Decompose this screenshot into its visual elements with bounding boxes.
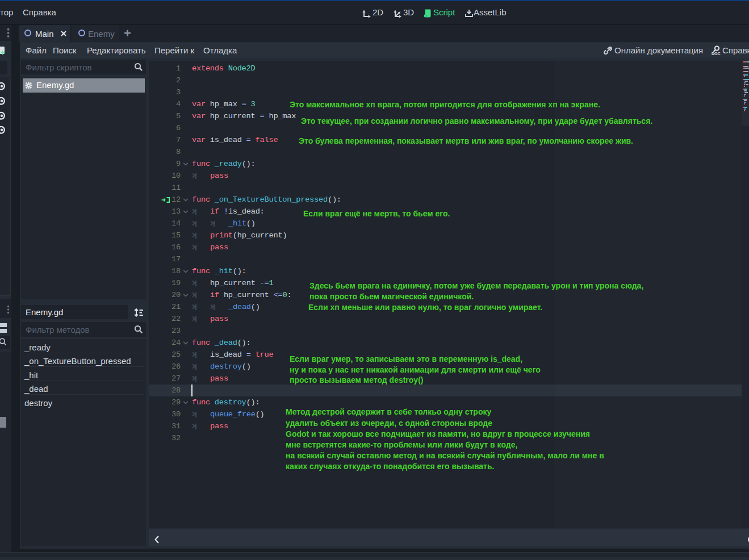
svg-text:DOC: DOC <box>712 52 721 56</box>
